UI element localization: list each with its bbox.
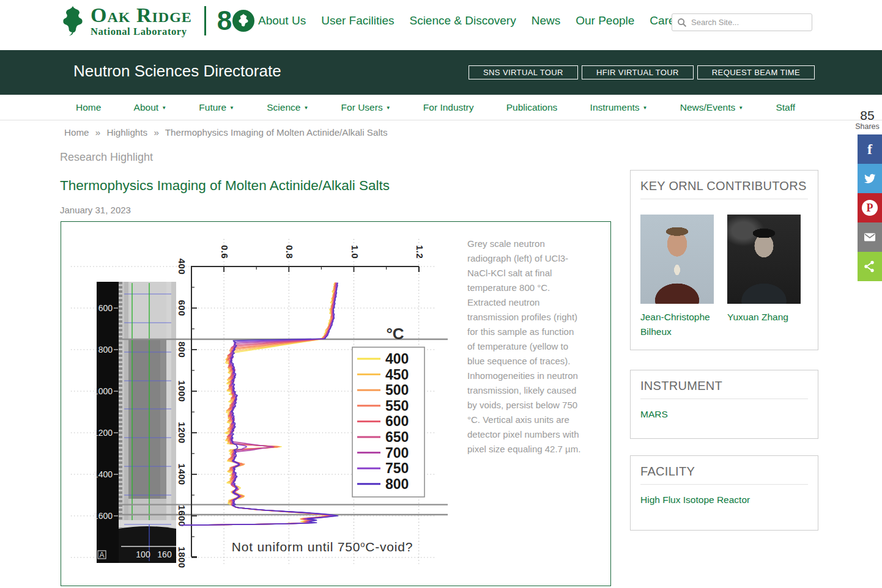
share-count-number: 85 [854,108,881,122]
contributor-photo-bilheux[interactable] [640,215,714,304]
nav-about[interactable]: About▼ [134,102,166,113]
email-share-button[interactable] [858,222,882,252]
top-nav-user-facilities[interactable]: User Facilities [321,14,394,28]
divider [640,484,808,485]
breadcrumb-highlights[interactable]: Highlights [106,127,147,138]
figure-caption-p1: Grey scale neutron radiograph (left) of … [467,237,581,369]
svg-text:800: 800 [177,342,187,358]
svg-text:400: 400 [385,351,409,367]
svg-text:°C: °C [386,325,404,343]
svg-text:1400: 1400 [94,469,113,479]
svg-text:1600: 1600 [177,505,187,526]
svg-text:800: 800 [98,345,113,355]
instrument-link-mars[interactable]: MARS [640,409,668,420]
top-nav-news[interactable]: News [532,14,561,28]
svg-text:A: A [99,551,104,559]
share-count-label: Shares [854,122,881,131]
chevron-down-icon: ▼ [229,105,234,111]
sharethis-button[interactable] [858,252,882,281]
chevron-down-icon: ▼ [161,105,166,111]
nav-for-industry[interactable]: For Industry [423,102,474,113]
svg-text:800: 800 [385,476,409,492]
top-nav-science-discovery[interactable]: Science & Discovery [409,14,516,28]
logo-text: Oak Ridge National Laboratory [91,5,192,37]
contributor: Jean-Christophe Bilheux [640,208,714,339]
breadcrumb-separator: » [95,127,100,138]
breadcrumb: Home » Highlights » Thermophysics Imagin… [64,127,388,138]
svg-text:450: 450 [385,367,409,383]
request-beam-time-button[interactable]: REQUEST BEAM TIME [697,65,815,79]
svg-text:1600: 1600 [94,511,113,521]
svg-text:1400: 1400 [177,463,187,485]
svg-text:160: 160 [157,549,172,559]
svg-text:600: 600 [177,300,187,317]
figure-caption: Grey scale neutron radiograph (left) of … [467,237,581,457]
search-icon [677,18,687,28]
nav-for-users[interactable]: For Users▼ [341,102,391,113]
share-counter: 85 Shares [854,108,881,131]
svg-text:500: 500 [385,382,409,398]
nav-staff[interactable]: Staff [776,102,795,113]
svg-text:0.6: 0.6 [220,245,230,259]
directorate-title: Neutron Sciences Directorate [73,62,281,81]
svg-text:1000: 1000 [177,380,187,402]
directorate-bar: Neutron Sciences Directorate SNS VIRTUAL… [0,50,882,95]
svg-text:1200: 1200 [177,422,187,443]
breadcrumb-separator: » [154,127,158,138]
svg-text:1200: 1200 [94,428,113,438]
twitter-share-button[interactable] [858,164,882,193]
logo-title: Oak Ridge [91,5,192,26]
site-search [672,13,812,31]
nav-instruments[interactable]: Instruments▼ [590,102,648,113]
search-input[interactable] [690,17,796,28]
svg-text:650: 650 [385,429,409,445]
nav-home[interactable]: Home [76,102,101,113]
contributor-link-zhang[interactable]: Yuxuan Zhang [727,310,801,325]
logo-divider [204,6,206,35]
svg-text:750: 750 [385,460,409,476]
badge-zero-leaf-icon [232,10,254,32]
svg-text:700: 700 [385,445,409,461]
logo-subtitle: National Laboratory [91,27,192,37]
svg-text:0.8: 0.8 [284,245,295,259]
figure-box: 6008001000120014001600100160A0.60.81.01.… [61,221,611,586]
facility-link-hfir[interactable]: High Flux Isotope Reactor [640,494,750,505]
share-nodes-icon [862,259,877,274]
section-eyebrow: Research Highlight [60,151,153,164]
svg-text:600: 600 [98,303,113,313]
nav-news-events[interactable]: News/Events▼ [680,102,743,113]
email-icon [862,230,877,244]
svg-text:Not uniform until 750oC-void?: Not uniform until 750oC-void? [232,540,413,554]
contributors-card: KEY ORNL CONTRIBUTORS Jean-Christophe Bi… [630,170,818,350]
badge-digit: 8 [217,7,232,34]
svg-text:1000: 1000 [94,386,113,396]
facebook-share-button[interactable]: f [858,134,882,164]
facility-heading: FACILITY [640,465,808,479]
article-date: January 31, 2023 [60,205,131,215]
main-nav-bar: Home About▼ Future▼ Science▼ For Users▼ … [0,95,882,120]
page-title: Thermophysics Imaging of Molten Actinide… [60,178,390,194]
sns-virtual-tour-button[interactable]: SNS VIRTUAL TOUR [469,65,578,79]
share-rail: f P [858,134,882,281]
breadcrumb-current: Thermophysics Imaging of Molten Actinide… [165,127,388,138]
nav-future[interactable]: Future▼ [199,102,234,113]
nav-science[interactable]: Science▼ [267,102,308,113]
svg-text:100: 100 [136,549,150,559]
directorate-buttons: SNS VIRTUAL TOUR HFIR VIRTUAL TOUR REQUE… [469,65,815,79]
hfir-virtual-tour-button[interactable]: HFIR VIRTUAL TOUR [582,65,694,79]
ornl-logo[interactable]: Oak Ridge National Laboratory 8 [61,5,254,37]
facility-card: FACILITY High Flux Isotope Reactor [630,455,818,531]
chevron-down-icon: ▼ [738,105,743,111]
top-nav-about-us[interactable]: About Us [258,14,306,28]
instrument-heading: INSTRUMENT [640,379,808,393]
contributor-link-bilheux[interactable]: Jean-Christophe Bilheux [640,310,714,339]
svg-text:550: 550 [385,398,409,414]
top-nav-our-people[interactable]: Our People [576,14,634,28]
nav-publications[interactable]: Publications [506,102,558,113]
page: Oak Ridge National Laboratory 8 About Us… [0,0,882,588]
breadcrumb-home[interactable]: Home [64,127,89,138]
pinterest-share-button[interactable]: P [858,193,882,222]
pinterest-icon: P [862,200,878,216]
contributor-photo-zhang[interactable] [727,215,801,304]
figure-caption-p2: Inhomogeneities in neutron transmission,… [467,369,581,457]
